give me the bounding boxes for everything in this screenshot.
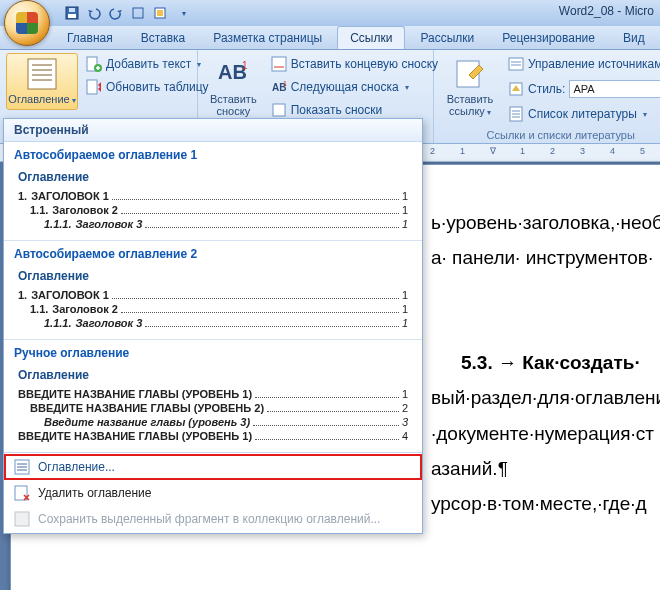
save-selection-label: Сохранить выделенный фрагмент в коллекци… <box>38 512 380 526</box>
tab-view[interactable]: Вид <box>610 26 658 49</box>
svg-rect-3 <box>133 8 143 18</box>
svg-rect-16 <box>272 57 286 71</box>
tab-references[interactable]: Ссылки <box>337 26 405 49</box>
preview-row: 1.1.1.Заголовок 31 <box>18 317 408 329</box>
svg-text:1: 1 <box>283 80 287 87</box>
manage-sources-label: Управление источниками <box>528 57 660 71</box>
citation-style-row: Стиль: APA ▾ <box>504 77 660 101</box>
bibliography-button[interactable]: Список литературы▾ <box>504 103 660 125</box>
manage-sources-icon <box>508 56 524 72</box>
toc-dialog-icon <box>14 459 30 475</box>
next-footnote-label: Следующая сноска <box>291 80 399 94</box>
next-footnote-icon: AB1 <box>271 79 287 95</box>
quick-access-toolbar: ▾ <box>64 5 192 21</box>
svg-rect-22 <box>509 58 523 70</box>
remove-toc-icon <box>14 485 30 501</box>
manage-sources-button[interactable]: Управление источниками <box>504 53 660 75</box>
doc-section-heading: 5.3. → Как·создать· <box>461 345 660 380</box>
doc-line: вый·раздел·для·оглавлени <box>431 380 660 415</box>
gallery-item-auto2[interactable]: Автособираемое оглавление 2 <box>4 241 422 267</box>
citation-icon <box>453 57 487 91</box>
gallery-preview-auto2[interactable]: Оглавление 1.ЗАГОЛОВОК 111.1.Заголовок 2… <box>4 267 422 340</box>
group-citations-label: Ссылки и списки литературы <box>440 127 660 141</box>
bibliography-icon <box>508 106 524 122</box>
endnote-icon <box>271 56 287 72</box>
preview-row: Введите название главы (уровень 3)3 <box>18 416 408 428</box>
save-selection-action: Сохранить выделенный фрагмент в коллекци… <box>4 506 422 532</box>
insert-footnote-button[interactable]: AB1 Вставить сноску <box>204 53 263 121</box>
update-table-button[interactable]: Обновить таблицу <box>82 76 213 98</box>
preview-row: 1.1.1.Заголовок 31 <box>18 218 408 230</box>
gallery-item-auto1[interactable]: Автособираемое оглавление 1 <box>4 142 422 168</box>
doc-line: а· панели· инструментов· <box>431 240 660 275</box>
toc-icon <box>25 57 59 91</box>
gallery-item-manual[interactable]: Ручное оглавление <box>4 340 422 366</box>
insert-toc-action[interactable]: Оглавление... <box>4 454 422 480</box>
tab-mailings[interactable]: Рассылки <box>407 26 487 49</box>
style-value: APA <box>573 83 594 95</box>
qat-icon-2[interactable] <box>152 5 168 21</box>
doc-line: ·документе·нумерация·ст <box>431 416 660 451</box>
insert-footnote-label: Вставить сноску <box>210 93 257 117</box>
toc-gallery-dropdown: Встроенный Автособираемое оглавление 1 О… <box>3 118 423 534</box>
preview-row: ВВЕДИТЕ НАЗВАНИЕ ГЛАВЫ (УРОВЕНЬ 1)1 <box>18 388 408 400</box>
preview-row: 1.1.Заголовок 21 <box>18 303 408 315</box>
preview-row: 1.1.Заголовок 21 <box>18 204 408 216</box>
svg-rect-35 <box>15 512 29 526</box>
remove-toc-action[interactable]: Удалить оглавление <box>4 480 422 506</box>
style-label: Стиль: <box>528 82 565 96</box>
group-citations: Вставить ссылку▾ Управление источниками … <box>434 50 660 143</box>
svg-rect-20 <box>273 104 285 116</box>
office-logo-icon <box>16 12 38 34</box>
update-table-label: Обновить таблицу <box>106 80 209 94</box>
preview-row: 1.ЗАГОЛОВОК 11 <box>18 190 408 202</box>
svg-rect-5 <box>157 10 163 16</box>
insert-citation-button[interactable]: Вставить ссылку▾ <box>440 53 500 122</box>
next-footnote-button[interactable]: AB1 Следующая сноска▾ <box>267 76 442 98</box>
svg-rect-6 <box>28 59 56 89</box>
preview-row: ВВЕДИТЕ НАЗВАНИЕ ГЛАВЫ (УРОВЕНЬ 2)2 <box>18 402 408 414</box>
add-text-button[interactable]: Добавить текст▾ <box>82 53 213 75</box>
ribbon-tabs: Главная Вставка Разметка страницы Ссылки… <box>0 26 660 50</box>
gallery-preview-auto1[interactable]: Оглавление 1.ЗАГОЛОВОК 111.1.Заголовок 2… <box>4 168 422 241</box>
undo-icon[interactable] <box>86 5 102 21</box>
window-title: Word2_08 - Micro <box>559 4 654 18</box>
tab-review[interactable]: Рецензирование <box>489 26 608 49</box>
add-text-label: Добавить текст <box>106 57 191 71</box>
title-bar: ▾ Word2_08 - Micro <box>0 0 660 26</box>
remove-toc-label: Удалить оглавление <box>38 486 151 500</box>
style-select[interactable]: APA ▾ <box>569 80 660 98</box>
redo-icon[interactable] <box>108 5 124 21</box>
svg-text:1: 1 <box>242 60 248 71</box>
dropdown-section-header: Встроенный <box>4 119 422 142</box>
insert-endnote-button[interactable]: Вставить концевую сноску <box>267 53 442 75</box>
preview-heading: Оглавление <box>18 170 408 184</box>
add-text-icon <box>86 56 102 72</box>
save-icon[interactable] <box>64 5 80 21</box>
save-selection-icon <box>14 511 30 527</box>
qat-customize-icon[interactable]: ▾ <box>176 5 192 21</box>
tab-insert[interactable]: Вставка <box>128 26 199 49</box>
gallery-preview-manual[interactable]: Оглавление ВВЕДИТЕ НАЗВАНИЕ ГЛАВЫ (УРОВЕ… <box>4 366 422 452</box>
style-icon <box>508 81 524 97</box>
update-icon <box>86 79 102 95</box>
show-notes-icon <box>271 102 287 118</box>
preview-heading: Оглавление <box>18 368 408 382</box>
preview-heading: Оглавление <box>18 269 408 283</box>
qat-icon-1[interactable] <box>130 5 146 21</box>
svg-rect-13 <box>87 80 97 94</box>
office-button[interactable] <box>4 0 50 46</box>
doc-line: ь·уровень·заголовка,·необ <box>431 205 660 240</box>
insert-endnote-label: Вставить концевую сноску <box>291 57 438 71</box>
dropdown-footer: Оглавление... Удалить оглавление Сохрани… <box>4 452 422 533</box>
doc-line: урсор·в·том·месте,·где·д <box>431 486 660 521</box>
svg-rect-1 <box>68 14 76 18</box>
toc-button[interactable]: Оглавление▾ <box>6 53 78 110</box>
footnote-icon: AB1 <box>216 57 250 91</box>
toc-button-label: Оглавление <box>8 93 69 105</box>
tab-layout[interactable]: Разметка страницы <box>200 26 335 49</box>
tab-home[interactable]: Главная <box>54 26 126 49</box>
insert-toc-label: Оглавление... <box>38 460 115 474</box>
show-notes-label: Показать сноски <box>291 103 383 117</box>
doc-line: азаний.¶ <box>431 451 660 486</box>
